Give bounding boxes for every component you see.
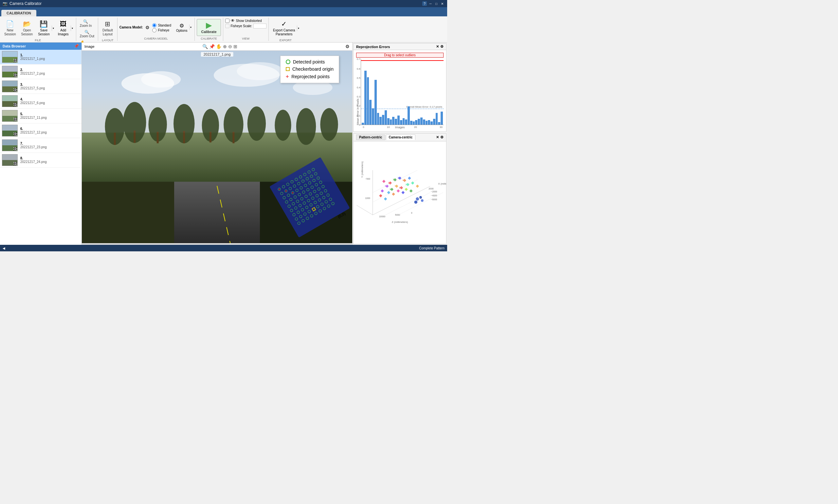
sidebar-item-6[interactable]: 6.20221217_12.png	[0, 123, 82, 138]
bar-26[interactable]	[426, 121, 428, 125]
bar-18[interactable]	[405, 120, 407, 125]
image-tool-icon-3[interactable]: ✋	[216, 44, 221, 49]
bar-20[interactable]	[410, 121, 412, 125]
minimize-button[interactable]: ─	[428, 1, 433, 6]
save-session-split[interactable]: 💾 SaveSession ▾	[36, 18, 55, 38]
bar-21[interactable]	[413, 122, 415, 125]
3d-view[interactable]: Y (millimeters) Z (millimeters) X (milli…	[354, 141, 446, 244]
bar-4[interactable]	[369, 100, 372, 125]
sidebar-item-7[interactable]: 7.20221217_23.png	[0, 138, 82, 153]
bar-1[interactable]	[362, 123, 364, 125]
default-layout-button[interactable]: ⊞ DefaultLayout	[100, 18, 115, 38]
bar-5[interactable]	[372, 108, 374, 125]
calibration-tab[interactable]: CALIBRATION	[1, 10, 36, 16]
bar-14[interactable]	[395, 119, 397, 125]
bar-31[interactable]	[438, 122, 440, 125]
image-tool-icon-2[interactable]: 📌	[209, 44, 215, 49]
pattern-settings-icon[interactable]: ⚙	[440, 135, 444, 140]
image-tool-icon-4[interactable]: ⊕	[223, 44, 227, 49]
bar-23[interactable]	[418, 119, 420, 125]
gear-icon[interactable]: ⚙	[145, 25, 149, 30]
fisheye-radio-label[interactable]: Fisheye	[152, 28, 171, 32]
bar-15[interactable]	[397, 115, 400, 125]
save-session-icon: 💾	[40, 20, 48, 28]
add-images-button[interactable]: 🖼 AddImages	[56, 19, 71, 38]
image-tool-icon-1[interactable]: 🔍	[202, 44, 208, 49]
bar-3[interactable]	[367, 77, 369, 125]
open-session-button[interactable]: 📂 OpenSession	[19, 18, 35, 38]
bar-17[interactable]	[403, 118, 405, 125]
status-scroll-left[interactable]: ◀	[3, 247, 5, 250]
bar-11[interactable]	[387, 118, 390, 125]
zoom-in-button[interactable]: 🔍 Zoom In	[78, 18, 94, 29]
bar-22[interactable]	[415, 120, 417, 125]
reprojection-settings-icon[interactable]: ⚙	[440, 44, 444, 49]
bar-30[interactable]	[436, 113, 438, 125]
legend-checkerboard-label: Checkerboard origin	[292, 67, 334, 72]
reprojection-close-icon[interactable]: ✕	[436, 44, 439, 49]
bar-12[interactable]	[390, 120, 392, 125]
sidebar-item-1[interactable]: 1.20221217_1.png	[0, 50, 82, 65]
bar-10[interactable]	[385, 110, 387, 125]
close-button[interactable]: ✕	[440, 1, 445, 6]
sidebar-item-2[interactable]: 2.20221217_2.png	[0, 65, 82, 79]
camera-model-header-label: Camera Model:	[120, 25, 143, 29]
calibrate-button[interactable]: ▶ Calibrate	[197, 19, 221, 36]
show-undistorted-checkbox-row[interactable]: 👁 Show Undistorted	[225, 18, 262, 23]
sidebar-item-4[interactable]: 4.20221217_6.png	[0, 94, 82, 109]
export-camera-dropdown[interactable]: ▾	[297, 25, 300, 31]
export-camera-button[interactable]: ✓ Export CameraParameters	[271, 19, 297, 38]
bars-container	[361, 59, 444, 125]
bar-29[interactable]	[433, 119, 435, 125]
bar-13[interactable]	[392, 117, 394, 125]
bar-19[interactable]	[408, 106, 410, 125]
bar-8[interactable]	[379, 117, 382, 125]
sidebar-item-3[interactable]: 3.20221217_5.png	[0, 79, 82, 94]
bar-28[interactable]	[430, 122, 433, 125]
bar-6[interactable]	[374, 80, 377, 125]
bar-2[interactable]	[364, 71, 367, 125]
image-settings-icon[interactable]: ⚙	[345, 44, 350, 49]
layout-group: ⊞ DefaultLayout LAYOUT	[98, 18, 118, 41]
sidebar-item-info: 5.20221217_11.png	[20, 112, 47, 120]
bar-9[interactable]	[382, 115, 384, 125]
image-tool-icon-6[interactable]: ⊞	[233, 44, 237, 49]
bar-24[interactable]	[420, 118, 423, 125]
fisheye-scale-checkbox[interactable]	[225, 24, 230, 28]
new-session-button[interactable]: 📄 NewSession	[2, 18, 18, 38]
options-button[interactable]: ⚙ Options	[174, 21, 189, 34]
add-images-dropdown[interactable]: ▾	[71, 25, 74, 31]
camera-centric-tab[interactable]: Camera-centric	[386, 134, 416, 140]
show-undistorted-checkbox[interactable]	[225, 19, 230, 23]
standard-label: Standard	[158, 23, 171, 27]
svg-text:7: 7	[394, 185, 396, 187]
bar-27[interactable]	[428, 120, 430, 125]
pattern-centric-tab[interactable]: Pattern-centric	[356, 134, 385, 140]
fisheye-radio[interactable]	[152, 28, 157, 32]
pattern-close-icon[interactable]: ✕	[436, 135, 439, 140]
standard-radio[interactable]	[152, 23, 157, 28]
options-split[interactable]: ⚙ Options ▾	[174, 21, 193, 34]
zoom-out-button[interactable]: 🔍 Zoom Out	[78, 29, 96, 39]
sidebar-list[interactable]: 1.20221217_1.png2.20221217_2.png3.202212…	[0, 50, 82, 245]
save-session-dropdown[interactable]: ▾	[52, 25, 55, 31]
bar-25[interactable]	[423, 120, 425, 125]
add-images-split[interactable]: 🖼 AddImages ▾	[56, 19, 74, 38]
sidebar-item-5[interactable]: 5.20221217_11.png	[0, 109, 82, 123]
bar-16[interactable]	[400, 120, 402, 125]
fisheye-scale-input[interactable]: 1.00	[253, 23, 266, 29]
new-session-icon: 📄	[6, 20, 14, 28]
svg-point-4	[237, 62, 283, 80]
options-dropdown[interactable]: ▾	[189, 24, 192, 30]
bar-32[interactable]	[441, 112, 443, 125]
image-tool-icon-5[interactable]: ⊖	[228, 44, 232, 49]
help-button[interactable]: ?	[422, 1, 427, 6]
export-camera-split[interactable]: ✓ Export CameraParameters ▾	[271, 18, 300, 38]
sidebar-item-8[interactable]: 8.20221217_24.png	[0, 153, 82, 167]
save-session-button[interactable]: 💾 SaveSession	[36, 19, 52, 38]
titlebar-controls[interactable]: ? ─ □ ✕	[422, 1, 445, 6]
bar-7[interactable]	[377, 113, 379, 125]
maximize-button[interactable]: □	[434, 1, 439, 6]
sidebar-pin-icon[interactable]: 📌	[74, 44, 79, 49]
standard-radio-label[interactable]: Standard	[152, 23, 171, 28]
